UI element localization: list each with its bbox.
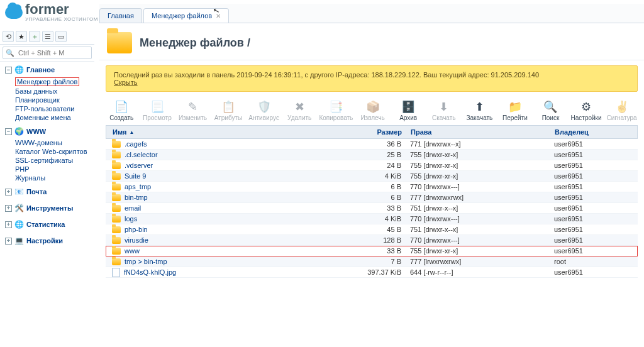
expand-icon[interactable]: ☰ xyxy=(42,31,53,42)
table-row[interactable]: fND4sQ-khlQ.jpg397.37 KiB644 [-rw-r--r--… xyxy=(106,267,638,278)
nav-section-Статистика[interactable]: +🌐Статистика xyxy=(0,218,94,231)
search-icon: 🔍 xyxy=(6,49,14,57)
file-size: 7 B xyxy=(294,258,410,265)
table-row[interactable]: .vdserver24 B755 [drwxr-xr-x]user6951 xyxy=(106,160,638,171)
sidebar-search: 🔍 xyxy=(0,45,94,62)
tool-Перейти[interactable]: 📁Перейти xyxy=(499,99,531,121)
nav-item[interactable]: Планировщик xyxy=(15,96,94,104)
nav-section-label[interactable]: Главное xyxy=(26,66,55,74)
file-name[interactable]: tmp > bin-tmp xyxy=(125,258,167,265)
file-name[interactable]: php-bin xyxy=(125,226,148,233)
file-name[interactable]: .cl.selector xyxy=(125,151,158,158)
collapse-icon[interactable]: − xyxy=(5,67,12,74)
file-name[interactable]: .vdserver xyxy=(125,162,153,169)
Создать-icon: 📄 xyxy=(114,99,129,114)
file-size: 4 KiB xyxy=(294,172,410,180)
tool-Атрибуты: 📋Атрибуты xyxy=(213,99,245,121)
tool-Поиск[interactable]: 🔍Поиск xyxy=(535,99,567,121)
Поиск-icon: 🔍 xyxy=(543,99,558,114)
nav-section-label[interactable]: Статистика xyxy=(26,221,65,228)
table-row[interactable]: email33 B751 [drwxr-x--x]user6951 xyxy=(106,203,638,214)
tool-Архив[interactable]: 🗄️Архив xyxy=(392,99,425,121)
table-row[interactable]: .cagefs36 B771 [drwxrwx--x]user6951 xyxy=(106,139,638,150)
nav-section-Почта[interactable]: +📧Почта xyxy=(0,185,94,199)
Архив-icon: 🗄️ xyxy=(401,99,416,114)
file-perm: 770 [drwxrwx---] xyxy=(410,183,552,190)
collapse-icon[interactable]: − xyxy=(5,128,12,135)
tab-Главная[interactable]: Главная xyxy=(99,8,142,23)
nav-section-label[interactable]: Почта xyxy=(26,188,47,196)
expand-icon[interactable]: + xyxy=(5,205,12,212)
brand-name: former xyxy=(25,3,98,16)
file-name[interactable]: logs xyxy=(125,215,137,223)
table-row[interactable]: php-bin45 B751 [drwxr-x--x]user6951 xyxy=(106,224,638,235)
page-title: Менеджер файлов / xyxy=(140,36,250,50)
tab-Менеджер файлов[interactable]: Менеджер файлов✕↖ xyxy=(143,8,229,23)
tool-Настройки[interactable]: ⚙Настройки xyxy=(570,99,602,121)
table-row[interactable]: bin-tmp6 B777 [drwxrwxrwx]user6951 xyxy=(106,192,638,203)
nav-section-Инструменты[interactable]: +🛠️Инструменты xyxy=(0,201,94,215)
col-size[interactable]: Размер xyxy=(295,128,411,136)
nav-item[interactable]: Доменные имена xyxy=(15,113,94,122)
file-name[interactable]: fND4sQ-khlQ.jpg xyxy=(124,268,176,276)
tool-label: Поиск xyxy=(542,114,560,121)
tool-label: Сигнатура xyxy=(607,114,637,121)
add-icon[interactable]: ＋ xyxy=(29,31,40,42)
expand-icon[interactable]: + xyxy=(5,221,12,228)
file-name[interactable]: aps_tmp xyxy=(125,183,151,190)
grid-header: Имя ▲ Размер Права Владелец xyxy=(106,125,638,139)
table-row[interactable]: aps_tmp6 B770 [drwxrwx---]user6951 xyxy=(106,182,638,192)
expand-icon[interactable]: + xyxy=(5,189,12,196)
Скачать-icon: ⬇ xyxy=(436,99,452,114)
nav-section-label[interactable]: Настройки xyxy=(26,237,63,245)
table-row[interactable]: tmp > bin-tmp7 B777 [lrwxrwxrwx]root xyxy=(106,256,638,267)
file-name[interactable]: .cagefs xyxy=(125,140,147,148)
table-row[interactable]: virusdie128 B770 [drwxrwx---]user6951 xyxy=(106,235,638,246)
nav-item[interactable]: Журналы xyxy=(15,174,94,182)
tool-Создать[interactable]: 📄Создать xyxy=(106,99,138,121)
file-name[interactable]: bin-tmp xyxy=(125,194,148,201)
Настройки-icon: ⚙ xyxy=(579,99,594,114)
nav-item[interactable]: Базы данных xyxy=(15,87,94,96)
col-name[interactable]: Имя ▲ xyxy=(106,128,295,136)
file-name[interactable]: Suite 9 xyxy=(125,172,146,180)
nav-section-WWW[interactable]: −🌍WWW xyxy=(0,124,94,138)
cloud-icon xyxy=(5,6,23,19)
star-icon[interactable]: ★ xyxy=(16,31,27,42)
section-icon: 💻 xyxy=(14,236,24,245)
search-input[interactable] xyxy=(17,48,89,57)
table-row[interactable]: logs4 KiB770 [drwxrwx---]user6951 xyxy=(106,214,638,224)
nav-section-label[interactable]: Инструменты xyxy=(26,204,73,212)
file-name[interactable]: www xyxy=(125,247,140,255)
tool-Изменить: ✎Изменить xyxy=(177,99,209,121)
table-row[interactable]: www33 B755 [drwxr-xr-x]user6951 xyxy=(106,246,638,256)
table-row[interactable]: .cl.selector25 B755 [drwxr-xr-x]user6951 xyxy=(106,150,638,160)
nav-item[interactable]: Менеджер файлов xyxy=(15,77,94,87)
tool-Антивирус: 🛡️Антивирус xyxy=(248,99,280,121)
file-owner: user6951 xyxy=(552,140,638,148)
expand-icon[interactable]: + xyxy=(5,238,12,245)
nav-item[interactable]: PHP xyxy=(15,165,94,174)
file-grid: Имя ▲ Размер Права Владелец .cagefs36 B7… xyxy=(106,125,638,278)
file-name[interactable]: email xyxy=(125,204,141,212)
nav-item[interactable]: FTP-пользователи xyxy=(15,104,94,113)
notice-hide-link[interactable]: Скрыть xyxy=(114,79,138,86)
col-own[interactable]: Владелец xyxy=(552,128,637,136)
nav-item[interactable]: WWW-домены xyxy=(15,138,94,147)
sort-asc-icon: ▲ xyxy=(129,129,134,135)
nav-section-Главное[interactable]: −🌐Главное xyxy=(0,63,94,77)
tool-Закачать[interactable]: ⬆Закачать xyxy=(464,99,496,121)
nav-section-label[interactable]: WWW xyxy=(26,128,46,135)
reload-icon[interactable]: ⟲ xyxy=(3,31,14,42)
nav-item[interactable]: SSL-сертификаты xyxy=(15,156,94,165)
file-perm: 755 [drwxr-xr-x] xyxy=(410,247,552,255)
Атрибуты-icon: 📋 xyxy=(221,99,236,114)
section-icon: 📧 xyxy=(14,187,24,196)
col-perm[interactable]: Права xyxy=(411,128,552,136)
file-owner: user6951 xyxy=(552,215,638,223)
table-row[interactable]: Suite 94 KiB755 [drwxr-xr-x]user6951 xyxy=(106,171,638,182)
file-name[interactable]: virusdie xyxy=(125,236,148,244)
nav-section-Настройки[interactable]: +💻Настройки xyxy=(0,234,94,248)
nav-item[interactable]: Каталог Web-скриптов xyxy=(15,147,94,156)
collapse-icon[interactable]: ▭ xyxy=(55,31,67,42)
